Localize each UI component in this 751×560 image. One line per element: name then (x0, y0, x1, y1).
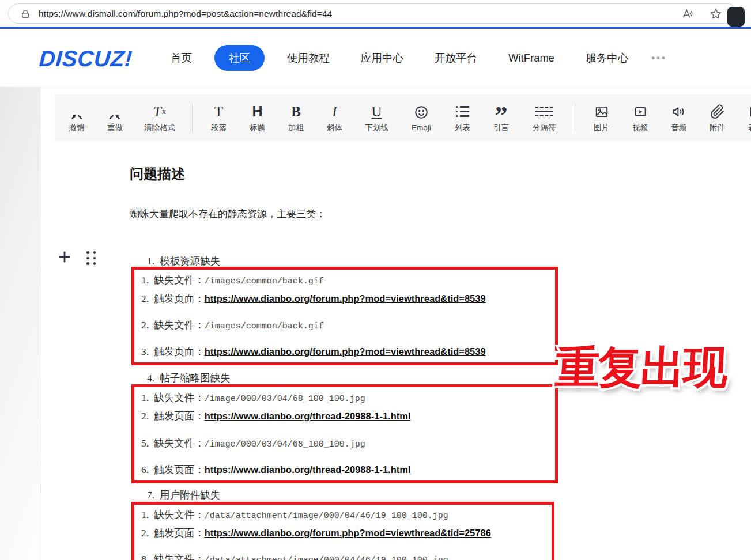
site-header: DISCUZ! 首页 社区 使用教程 应用中心 开放平台 WitFrame 服务… (0, 29, 751, 87)
main-nav: 首页 社区 使用教程 应用中心 开放平台 WitFrame 服务中心 ••• (171, 29, 667, 87)
page-left-shade (0, 87, 41, 560)
trigger-page-row: 2.触发页面：https://www.dianbo.org/forum.php?… (141, 526, 491, 539)
clear-format-button[interactable]: Tx 清除格式 (134, 103, 185, 133)
bold-icon: B (291, 103, 301, 120)
url-bar[interactable]: https://www.dismall.com/forum.php?mod=po… (8, 3, 738, 24)
editor-toolbar: 撤销 重做 Tx 清除格式 T 段落 H 标题 B 加粗 I 斜体 (55, 94, 751, 141)
missing-file-row: 1.缺失文件：/images/common/back.gif (141, 273, 324, 286)
doc-heading: 问题描述 (130, 165, 185, 183)
trigger-page-link[interactable]: https://www.dianbo.org/thread-20988-1-1.… (205, 411, 411, 421)
browser-bar: https://www.dismall.com/forum.php?mod=po… (0, 0, 751, 27)
nav-item-tutorial[interactable]: 使用教程 (287, 51, 330, 65)
file-path: /data/attachment/image/000/04/46/19_100_… (205, 555, 448, 560)
quote-icon: ” (495, 103, 508, 120)
add-block-icon[interactable] (57, 249, 72, 264)
trigger-page-link[interactable]: https://www.dianbo.org/forum.php?mod=vie… (205, 528, 491, 538)
page: https://www.dismall.com/forum.php?mod=po… (0, 0, 751, 560)
file-path: /data/attachment/image/000/04/46/19_100_… (205, 511, 448, 521)
url-text: https://www.dismall.com/forum.php?mod=po… (39, 9, 682, 19)
trigger-page-link[interactable]: https://www.dianbo.org/forum.php?mod=vie… (205, 293, 486, 304)
table-icon (749, 103, 751, 120)
missing-file-row: 2.缺失文件：/images/common/back.gif (141, 318, 324, 331)
attachment-button[interactable]: 附件 (698, 103, 737, 133)
nav-more-button[interactable]: ••• (651, 52, 667, 64)
list-item-attachment-missing: 7.用户附件缺失 (147, 488, 220, 502)
list-icon (456, 103, 470, 120)
discuz-logo[interactable]: DISCUZ! (38, 46, 133, 71)
heading-icon: H (252, 103, 262, 120)
nav-item-openplatform[interactable]: 开放平台 (435, 51, 477, 65)
missing-file-row: 1.缺失文件：/data/attachment/image/000/04/46/… (141, 508, 448, 520)
trigger-page-link[interactable]: https://www.dianbo.org/forum.php?mod=vie… (205, 346, 486, 357)
redo-button[interactable]: 重做 (96, 103, 134, 133)
missing-file-row: 8.缺失文件：/data/attachment/image/000/04/46/… (141, 552, 448, 560)
emoji-button[interactable]: Emoji (399, 104, 443, 132)
underline-icon: U (371, 103, 382, 120)
doc-intro: 蜘蛛大量爬取不存在的静态资源，主要三类： (130, 207, 326, 221)
nav-item-service[interactable]: 服务中心 (586, 51, 628, 65)
read-aloud-icon[interactable] (682, 7, 695, 20)
separator-icon (535, 103, 553, 120)
trigger-page-link[interactable]: https://www.dianbo.org/thread-20988-1-1.… (205, 464, 411, 475)
quote-button[interactable]: ” 引言 (482, 103, 520, 133)
trigger-page-row: 6.触发页面：https://www.dianbo.org/thread-209… (141, 463, 410, 475)
missing-file-row: 1.缺失文件：/image/000/03/04/68_100_100.jpg (141, 391, 365, 403)
nav-item-home[interactable]: 首页 (171, 51, 192, 65)
list-item-thumbnail-missing: 4.帖子缩略图缺失 (147, 371, 231, 385)
highlight-box-1: 1.缺失文件：/images/common/back.gif 2.触发页面：ht… (131, 267, 558, 365)
file-path: /image/000/03/04/68_100_100.jpg (205, 440, 365, 449)
redo-icon (107, 103, 123, 120)
attachment-icon (710, 103, 725, 120)
undo-icon (69, 103, 84, 120)
video-button[interactable]: 视频 (621, 103, 659, 133)
audio-button[interactable]: 音频 (659, 103, 698, 133)
undo-button[interactable]: 撤销 (57, 103, 96, 133)
file-path: /images/common/back.gif (205, 321, 324, 331)
italic-icon: I (332, 103, 337, 120)
bold-button[interactable]: B 加粗 (277, 103, 315, 133)
table-button[interactable]: 表格 (737, 103, 751, 133)
clear-format-icon: Tx (153, 103, 166, 120)
highlight-box-2: 1.缺失文件：/image/000/03/04/68_100_100.jpg 2… (131, 384, 558, 483)
lock-icon (20, 9, 31, 19)
list-button[interactable]: 列表 (443, 103, 482, 133)
list-item-template-missing: 1.模板资源缺失 (147, 254, 220, 268)
trigger-page-row: 2.触发页面：https://www.dianbo.org/forum.php?… (141, 292, 486, 304)
nav-item-community[interactable]: 社区 (214, 45, 265, 71)
missing-file-row: 5.缺失文件：/image/000/03/04/68_100_100.jpg (141, 436, 365, 449)
paragraph-button[interactable]: T 段落 (199, 103, 238, 133)
audio-icon (671, 103, 686, 120)
nav-item-witframe[interactable]: WitFrame (508, 52, 554, 65)
emoji-icon (414, 104, 429, 121)
trigger-page-row: 2.触发页面：https://www.dianbo.org/thread-209… (141, 409, 410, 422)
toolbar-divider (575, 104, 575, 132)
browser-profile-avatar[interactable] (727, 7, 745, 27)
trigger-page-row: 3.触发页面：https://www.dianbo.org/forum.php?… (141, 345, 486, 357)
file-path: /image/000/03/04/68_100_100.jpg (205, 394, 365, 404)
image-icon (594, 103, 609, 120)
toolbar-divider (192, 104, 193, 132)
video-icon (633, 103, 648, 120)
highlight-box-3: 1.缺失文件：/data/attachment/image/000/04/46/… (131, 502, 554, 560)
heading-button[interactable]: H 标题 (238, 103, 277, 133)
file-path: /images/common/back.gif (205, 277, 324, 286)
underline-button[interactable]: U 下划线 (354, 103, 399, 133)
separator-button[interactable]: 分隔符 (520, 103, 568, 133)
paragraph-icon: T (214, 103, 223, 120)
nav-item-appcenter[interactable]: 应用中心 (361, 51, 403, 65)
star-icon[interactable] (710, 7, 722, 20)
annotation-text: 重复出现 (554, 340, 727, 393)
drag-handle-icon[interactable] (86, 251, 96, 265)
italic-button[interactable]: I 斜体 (315, 103, 354, 133)
image-button[interactable]: 图片 (582, 103, 621, 133)
